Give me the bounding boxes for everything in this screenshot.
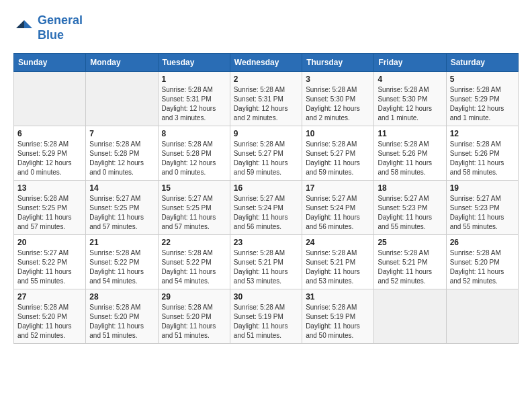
calendar-day-cell: 20 Sunrise: 5:27 AMSunset: 5:22 PMDaylig… (14, 235, 86, 289)
day-number: 24 (306, 238, 370, 247)
svg-marker-1 (16, 20, 24, 28)
day-detail: Sunrise: 5:28 AMSunset: 5:21 PMDaylight:… (378, 248, 442, 286)
calendar-day-cell: 14 Sunrise: 5:27 AMSunset: 5:25 PMDaylig… (86, 181, 158, 235)
day-number: 31 (306, 292, 370, 302)
day-number: 1 (162, 75, 226, 84)
calendar-day-cell: 24 Sunrise: 5:28 AMSunset: 5:21 PMDaylig… (302, 235, 374, 289)
day-number: 29 (162, 292, 226, 302)
day-number: 13 (17, 183, 82, 193)
day-number: 8 (162, 129, 226, 138)
day-detail: Sunrise: 5:28 AMSunset: 5:20 PMDaylight:… (89, 303, 154, 340)
day-detail: Sunrise: 5:28 AMSunset: 5:27 PMDaylight:… (306, 140, 370, 177)
calendar-day-cell: 21 Sunrise: 5:28 AMSunset: 5:22 PMDaylig… (86, 235, 158, 289)
calendar-day-cell (446, 289, 518, 344)
calendar-day-cell: 29 Sunrise: 5:28 AMSunset: 5:20 PMDaylig… (158, 289, 230, 344)
day-detail: Sunrise: 5:28 AMSunset: 5:20 PMDaylight:… (450, 248, 515, 286)
calendar-day-cell: 1 Sunrise: 5:28 AMSunset: 5:31 PMDayligh… (158, 72, 230, 126)
logo-text: General Blue (38, 13, 83, 42)
day-detail: Sunrise: 5:27 AMSunset: 5:23 PMDaylight:… (450, 194, 515, 232)
day-number: 18 (378, 183, 442, 193)
logo-icon (13, 17, 35, 39)
calendar-day-cell: 11 Sunrise: 5:28 AMSunset: 5:26 PMDaylig… (374, 126, 446, 181)
calendar-day-cell: 3 Sunrise: 5:28 AMSunset: 5:30 PMDayligh… (302, 72, 374, 126)
day-detail: Sunrise: 5:27 AMSunset: 5:22 PMDaylight:… (17, 248, 82, 286)
header-cell: Sunday (14, 54, 86, 72)
calendar-week-row: 6 Sunrise: 5:28 AMSunset: 5:29 PMDayligh… (14, 126, 519, 181)
day-detail: Sunrise: 5:28 AMSunset: 5:29 PMDaylight:… (450, 85, 515, 123)
day-number: 26 (450, 238, 515, 247)
day-number: 20 (17, 238, 82, 247)
day-number: 19 (450, 183, 515, 193)
day-number: 10 (306, 129, 370, 138)
day-detail: Sunrise: 5:28 AMSunset: 5:28 PMDaylight:… (162, 140, 226, 177)
day-detail: Sunrise: 5:27 AMSunset: 5:25 PMDaylight:… (162, 194, 226, 232)
day-number: 22 (162, 238, 226, 247)
header-cell: Tuesday (158, 54, 230, 72)
calendar-week-row: 1 Sunrise: 5:28 AMSunset: 5:31 PMDayligh… (14, 72, 519, 126)
day-detail: Sunrise: 5:28 AMSunset: 5:31 PMDaylight:… (162, 85, 226, 123)
day-number: 11 (378, 129, 442, 138)
calendar-day-cell: 8 Sunrise: 5:28 AMSunset: 5:28 PMDayligh… (158, 126, 230, 181)
calendar-day-cell: 2 Sunrise: 5:28 AMSunset: 5:31 PMDayligh… (230, 72, 302, 126)
calendar-day-cell: 18 Sunrise: 5:27 AMSunset: 5:23 PMDaylig… (374, 181, 446, 235)
calendar-day-cell: 17 Sunrise: 5:27 AMSunset: 5:24 PMDaylig… (302, 181, 374, 235)
header-cell: Monday (86, 54, 158, 72)
calendar-day-cell: 5 Sunrise: 5:28 AMSunset: 5:29 PMDayligh… (446, 72, 518, 126)
day-detail: Sunrise: 5:28 AMSunset: 5:30 PMDaylight:… (378, 85, 442, 123)
calendar-day-cell: 23 Sunrise: 5:28 AMSunset: 5:21 PMDaylig… (230, 235, 302, 289)
day-number: 30 (234, 292, 298, 302)
day-detail: Sunrise: 5:28 AMSunset: 5:28 PMDaylight:… (89, 140, 154, 177)
day-number: 15 (162, 183, 226, 193)
calendar-week-row: 27 Sunrise: 5:28 AMSunset: 5:20 PMDaylig… (14, 289, 519, 344)
calendar-day-cell: 25 Sunrise: 5:28 AMSunset: 5:21 PMDaylig… (374, 235, 446, 289)
calendar-day-cell: 30 Sunrise: 5:28 AMSunset: 5:19 PMDaylig… (230, 289, 302, 344)
header-cell: Friday (374, 54, 446, 72)
calendar-day-cell (374, 289, 446, 344)
calendar-day-cell: 12 Sunrise: 5:28 AMSunset: 5:26 PMDaylig… (446, 126, 518, 181)
calendar-day-cell: 19 Sunrise: 5:27 AMSunset: 5:23 PMDaylig… (446, 181, 518, 235)
calendar-day-cell: 9 Sunrise: 5:28 AMSunset: 5:27 PMDayligh… (230, 126, 302, 181)
day-number: 2 (234, 75, 298, 84)
calendar-week-row: 13 Sunrise: 5:28 AMSunset: 5:25 PMDaylig… (14, 181, 519, 235)
calendar-header-row: SundayMondayTuesdayWednesdayThursdayFrid… (14, 54, 519, 72)
page-header: General Blue (13, 13, 519, 42)
day-number: 21 (89, 238, 154, 247)
day-detail: Sunrise: 5:27 AMSunset: 5:23 PMDaylight:… (378, 194, 442, 232)
calendar-day-cell: 26 Sunrise: 5:28 AMSunset: 5:20 PMDaylig… (446, 235, 518, 289)
day-detail: Sunrise: 5:28 AMSunset: 5:30 PMDaylight:… (306, 85, 370, 123)
day-detail: Sunrise: 5:28 AMSunset: 5:31 PMDaylight:… (234, 85, 298, 123)
day-detail: Sunrise: 5:28 AMSunset: 5:21 PMDaylight:… (234, 248, 298, 286)
day-detail: Sunrise: 5:28 AMSunset: 5:27 PMDaylight:… (234, 140, 298, 177)
day-detail: Sunrise: 5:28 AMSunset: 5:21 PMDaylight:… (306, 248, 370, 286)
svg-marker-0 (24, 20, 32, 28)
calendar-day-cell: 10 Sunrise: 5:28 AMSunset: 5:27 PMDaylig… (302, 126, 374, 181)
calendar-day-cell: 27 Sunrise: 5:28 AMSunset: 5:20 PMDaylig… (14, 289, 86, 344)
day-detail: Sunrise: 5:28 AMSunset: 5:20 PMDaylight:… (162, 303, 226, 340)
header-cell: Thursday (302, 54, 374, 72)
day-detail: Sunrise: 5:27 AMSunset: 5:24 PMDaylight:… (306, 194, 370, 232)
day-detail: Sunrise: 5:28 AMSunset: 5:19 PMDaylight:… (234, 303, 298, 340)
header-cell: Wednesday (230, 54, 302, 72)
calendar-week-row: 20 Sunrise: 5:27 AMSunset: 5:22 PMDaylig… (14, 235, 519, 289)
day-number: 16 (234, 183, 298, 193)
calendar-body: 1 Sunrise: 5:28 AMSunset: 5:31 PMDayligh… (14, 72, 519, 344)
calendar-day-cell (14, 72, 86, 126)
day-number: 28 (89, 292, 154, 302)
day-detail: Sunrise: 5:28 AMSunset: 5:20 PMDaylight:… (17, 303, 82, 340)
calendar-day-cell (86, 72, 158, 126)
day-detail: Sunrise: 5:28 AMSunset: 5:29 PMDaylight:… (17, 140, 82, 177)
logo: General Blue (13, 13, 83, 42)
day-number: 9 (234, 129, 298, 138)
calendar-day-cell: 22 Sunrise: 5:28 AMSunset: 5:22 PMDaylig… (158, 235, 230, 289)
day-number: 23 (234, 238, 298, 247)
day-number: 7 (89, 129, 154, 138)
calendar-day-cell: 4 Sunrise: 5:28 AMSunset: 5:30 PMDayligh… (374, 72, 446, 126)
day-detail: Sunrise: 5:28 AMSunset: 5:22 PMDaylight:… (162, 248, 226, 286)
day-detail: Sunrise: 5:27 AMSunset: 5:24 PMDaylight:… (234, 194, 298, 232)
day-number: 6 (17, 129, 82, 138)
day-number: 25 (378, 238, 442, 247)
calendar-day-cell: 6 Sunrise: 5:28 AMSunset: 5:29 PMDayligh… (14, 126, 86, 181)
day-detail: Sunrise: 5:27 AMSunset: 5:25 PMDaylight:… (89, 194, 154, 232)
day-number: 3 (306, 75, 370, 84)
day-detail: Sunrise: 5:28 AMSunset: 5:25 PMDaylight:… (17, 194, 82, 232)
